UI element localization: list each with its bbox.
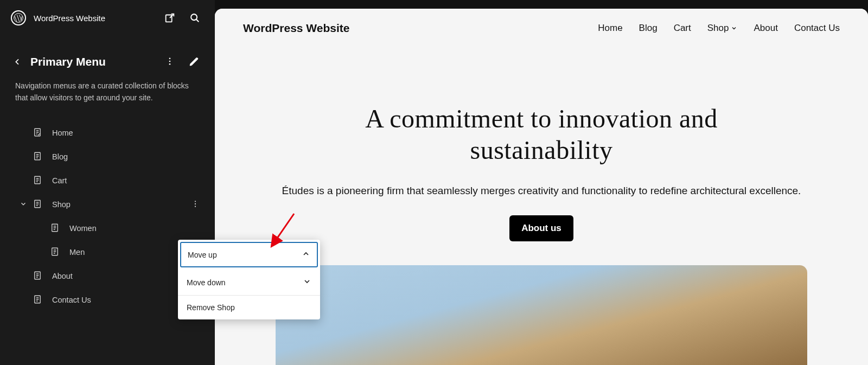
hero-heading-line2: sustainability (470, 136, 613, 164)
menu-item-label: Shop (52, 200, 71, 209)
panel-title: Primary Menu (30, 55, 156, 68)
chevron-down-icon[interactable] (20, 200, 27, 209)
svg-point-5 (169, 63, 171, 65)
menu-item-label: Contact Us (52, 296, 91, 304)
hero-heading-line1: A commitment to innovation and (365, 104, 718, 133)
chevron-down-icon (731, 25, 737, 31)
menu-item-label: About (52, 272, 73, 280)
about-us-button[interactable]: About us (509, 215, 573, 241)
menu-item-label: Women (69, 224, 97, 233)
nav-label: About (754, 23, 777, 34)
dropdown-label: Remove Shop (187, 303, 235, 312)
hero-body: Études is a pioneering firm that seamles… (247, 183, 835, 198)
nav-label: Cart (674, 23, 691, 34)
svg-point-3 (169, 57, 171, 59)
page-icon (50, 247, 60, 258)
site-header: WordPress Website Home Blog Cart Shop Ab… (215, 9, 868, 43)
svg-point-12 (195, 206, 196, 207)
nav-item-shop[interactable]: Shop (707, 23, 738, 34)
chevron-down-icon (303, 277, 311, 287)
nav-item-contact-us[interactable]: Contact Us (794, 23, 840, 34)
menu-item-label: Home (52, 129, 73, 137)
dropdown-move-up[interactable]: Move up (180, 242, 318, 267)
item-options-icon[interactable] (191, 200, 202, 210)
svg-point-2 (191, 14, 197, 20)
svg-rect-1 (166, 15, 172, 22)
nav-label: Shop (707, 23, 729, 34)
svg-point-4 (169, 61, 171, 62)
page-icon (33, 175, 42, 187)
wp-logo-icon[interactable] (11, 10, 26, 25)
page-icon (33, 151, 42, 163)
back-icon[interactable] (13, 57, 22, 66)
menu-item-women[interactable]: Women (0, 216, 215, 240)
menu-item-label: Men (69, 248, 85, 257)
site-nav: Home Blog Cart Shop About Contact Us (598, 23, 840, 34)
panel-options-icon[interactable] (165, 56, 175, 67)
nav-item-blog[interactable]: Blog (639, 23, 658, 34)
menu-item-shop[interactable]: Shop (0, 193, 215, 216)
svg-point-10 (195, 201, 196, 202)
sidebar-site-name: WordPress Website (34, 14, 156, 23)
dropdown-label: Move down (187, 278, 226, 287)
svg-point-11 (195, 203, 196, 204)
page-icon (33, 199, 42, 210)
page-icon (33, 294, 42, 306)
view-site-icon[interactable] (164, 12, 176, 24)
hero-image (276, 265, 807, 365)
search-icon[interactable] (189, 12, 201, 24)
menu-item-label: Cart (52, 176, 67, 185)
page-link-icon (33, 127, 42, 139)
menu-item-label: Blog (52, 152, 68, 161)
nav-label: Blog (639, 23, 658, 34)
dropdown-move-down[interactable]: Move down (178, 270, 320, 295)
panel-description: Navigation menus are a curated collectio… (0, 68, 215, 108)
hero-heading: A commitment to innovation and sustainab… (247, 103, 835, 165)
menu-item-blog[interactable]: Blog (0, 145, 215, 169)
nav-label: Contact Us (794, 23, 840, 34)
dropdown-label: Move up (188, 251, 217, 259)
dropdown-remove[interactable]: Remove Shop (178, 296, 320, 319)
nav-item-home[interactable]: Home (598, 23, 622, 34)
panel-header: Primary Menu (0, 36, 215, 68)
sidebar-top-bar: WordPress Website (0, 0, 215, 36)
page-icon (33, 271, 42, 282)
nav-label: Home (598, 23, 622, 34)
nav-item-about[interactable]: About (754, 23, 777, 34)
chevron-up-icon (302, 249, 310, 260)
menu-item-cart[interactable]: Cart (0, 169, 215, 193)
site-title: WordPress Website (243, 22, 598, 35)
item-actions-dropdown: Move up Move down Remove Shop (178, 240, 320, 319)
menu-item-home[interactable]: Home (0, 121, 215, 145)
edit-icon[interactable] (189, 56, 200, 67)
nav-item-cart[interactable]: Cart (674, 23, 691, 34)
page-icon (50, 223, 60, 234)
